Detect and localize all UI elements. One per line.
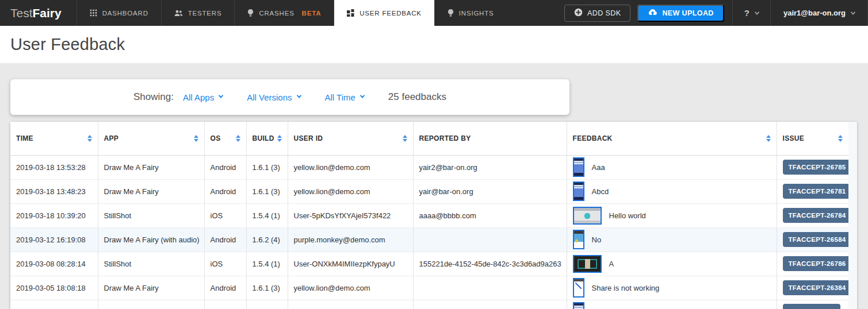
nav-item-dashboard[interactable]: DASHBOARD — [77, 0, 161, 26]
feedback-screenshot-thumbnail[interactable] — [573, 302, 584, 309]
issue-badge[interactable]: TFACCEPT-26785 — [783, 160, 849, 175]
column-label: OS — [211, 134, 221, 142]
cloud-upload-icon — [648, 9, 657, 18]
chevron-down-icon — [851, 10, 855, 14]
column-header-reported-by[interactable]: REPORTED BY — [413, 122, 567, 155]
column-header-app[interactable]: APP — [98, 122, 204, 155]
feedback-text: Aaa — [592, 163, 605, 172]
issue-badge[interactable]: TFACCEPT-26786 — [783, 256, 849, 271]
cell-user-id: yellow.lion@demo.com — [288, 276, 413, 300]
feedback-table-row[interactable]: 2019-03-18 13:48:23Draw Me A FairyAndroi… — [10, 179, 848, 203]
column-label: BUILD — [253, 134, 274, 142]
account-menu[interactable]: yair1@bar-on.org — [771, 0, 867, 26]
filter-all-time[interactable]: All Time — [325, 92, 364, 102]
add-sdk-button[interactable]: ADD SDK — [564, 5, 630, 22]
feedback-table-row[interactable]: 2019-03-08 08:28:14StillShotiOS1.5.4 (1)… — [10, 252, 848, 276]
logo-text-bold: Fairy — [33, 6, 62, 20]
feedback-screenshot-thumbnail[interactable] — [573, 207, 602, 225]
chevron-down-icon — [219, 93, 223, 98]
issue-badge[interactable] — [783, 304, 840, 309]
issue-badge[interactable]: TFACCEPT-26781 — [783, 184, 849, 199]
feedback-text: Hello world — [609, 211, 646, 220]
feedback-screenshot-thumbnail[interactable] — [573, 181, 584, 201]
chevron-down-icon — [296, 93, 301, 98]
feedback-table-row[interactable]: 2019-03-18 10:39:20StillShotiOS1.5.4 (1)… — [10, 203, 848, 227]
column-label: ISSUE — [783, 134, 805, 142]
cell-feedback: A — [567, 252, 777, 276]
feedback-grid-icon — [347, 9, 354, 17]
lightbulb-icon — [247, 9, 254, 17]
cell-build: 1.6.1 (3) — [246, 155, 288, 179]
cell-os: Android — [204, 155, 246, 179]
sort-arrows-icon[interactable] — [838, 135, 843, 142]
new-upload-button[interactable]: NEW UPLOAD — [637, 5, 724, 22]
nav-item-testers[interactable]: TESTERS — [161, 0, 235, 26]
feedback-screenshot-thumbnail[interactable] — [573, 157, 584, 177]
help-menu[interactable]: ? — [733, 0, 770, 26]
cell-build: 1.6.2 (4) — [246, 227, 288, 252]
issue-badge[interactable]: TFACCEPT-26784 — [783, 208, 849, 223]
sort-arrows-icon[interactable] — [87, 135, 92, 142]
feedback-screenshot-thumbnail[interactable] — [573, 278, 584, 298]
table-header-row: TIMEAPPOSBUILDUSER IDREPORTED BYFEEDBACK… — [10, 122, 848, 155]
lightbulb-icon — [448, 9, 454, 17]
cell-os — [204, 300, 246, 309]
column-header-user-id[interactable]: USER ID — [288, 122, 413, 155]
nav-item-user-feedback[interactable]: USER FEEDBACK — [334, 0, 434, 26]
cell-feedback: Hello world — [567, 203, 777, 227]
nav-item-label: CRASHES — [259, 10, 294, 17]
nav-item-insights[interactable]: INSIGHTS — [434, 0, 507, 26]
feedback-table-row[interactable]: 2019-03-18 13:53:28Draw Me A FairyAndroi… — [10, 155, 848, 179]
testfairy-logo[interactable]: TestFairy — [0, 0, 77, 26]
cell-feedback: Aaa — [567, 155, 777, 179]
issue-badge[interactable]: TFACCEPT-26384 — [783, 280, 849, 295]
cell-reported-by: 155221de-4152-45de-842c-3c3d6ad9a263 — [413, 252, 567, 276]
cell-app — [98, 300, 204, 309]
table-scroll-gutter[interactable] — [848, 122, 857, 309]
help-icon: ? — [744, 8, 750, 18]
filter-time-value: All Time — [325, 92, 355, 102]
filter-all-versions[interactable]: All Versions — [247, 92, 300, 102]
content-area: Showing: All Apps All Versions All Time … — [0, 63, 868, 309]
column-header-os[interactable]: OS — [204, 122, 246, 155]
column-header-feedback[interactable]: FEEDBACK — [567, 122, 777, 155]
column-label: FEEDBACK — [573, 134, 613, 142]
cell-time: 2019-03-08 08:28:14 — [10, 252, 98, 276]
filter-apps-value: All Apps — [183, 92, 214, 102]
feedback-table-row[interactable]: 2019-03-05 18:08:18Draw Me A FairyAndroi… — [10, 276, 848, 300]
sort-arrows-icon[interactable] — [277, 135, 282, 142]
sort-arrows-icon[interactable] — [194, 135, 198, 142]
feedback-screenshot-thumbnail[interactable] — [573, 230, 584, 249]
feedback-screenshot-thumbnail[interactable] — [573, 255, 602, 273]
nav-item-crashes[interactable]: CRASHES BETA — [234, 0, 334, 26]
filter-all-apps[interactable]: All Apps — [183, 92, 223, 102]
cell-time: 2019-03-05 18:08:18 — [10, 276, 98, 300]
cell-build: 1.5.4 (1) — [246, 203, 288, 227]
nav-item-label: DASHBOARD — [102, 10, 148, 17]
column-label: APP — [104, 134, 119, 142]
column-header-build[interactable]: BUILD — [246, 122, 288, 155]
column-label: TIME — [16, 134, 33, 142]
feedback-text: Share is not working — [592, 284, 660, 292]
feedback-table-row[interactable] — [10, 300, 848, 309]
sort-arrows-icon[interactable] — [403, 135, 407, 142]
column-header-time[interactable]: TIME — [10, 122, 98, 155]
cell-user-id: User-ONXkM4IMIIezpKfypayU — [288, 252, 413, 276]
people-icon — [174, 10, 183, 17]
cell-reported-by: aaaa@bbbb.com — [413, 203, 567, 227]
sort-arrows-icon[interactable] — [236, 135, 240, 142]
cell-app: StillShot — [98, 252, 204, 276]
cell-issue: TFACCEPT-26786 — [777, 252, 848, 276]
account-email: yair1@bar-on.org — [783, 9, 846, 17]
feedback-text: No — [592, 235, 602, 244]
cell-issue: TFACCEPT-26584 — [777, 227, 848, 252]
sort-arrows-icon[interactable] — [766, 135, 771, 142]
feedback-table-row[interactable]: 2019-03-12 16:19:08Draw Me A Fairy (with… — [10, 227, 848, 252]
new-upload-label: NEW UPLOAD — [662, 9, 713, 17]
cell-os: Android — [204, 227, 246, 252]
feedback-text: Abcd — [592, 187, 609, 196]
feedback-table-card: TIMEAPPOSBUILDUSER IDREPORTED BYFEEDBACK… — [10, 122, 857, 309]
issue-badge[interactable]: TFACCEPT-26584 — [783, 232, 849, 247]
cell-issue: TFACCEPT-26781 — [777, 179, 848, 203]
column-header-issue[interactable]: ISSUE — [777, 122, 848, 155]
